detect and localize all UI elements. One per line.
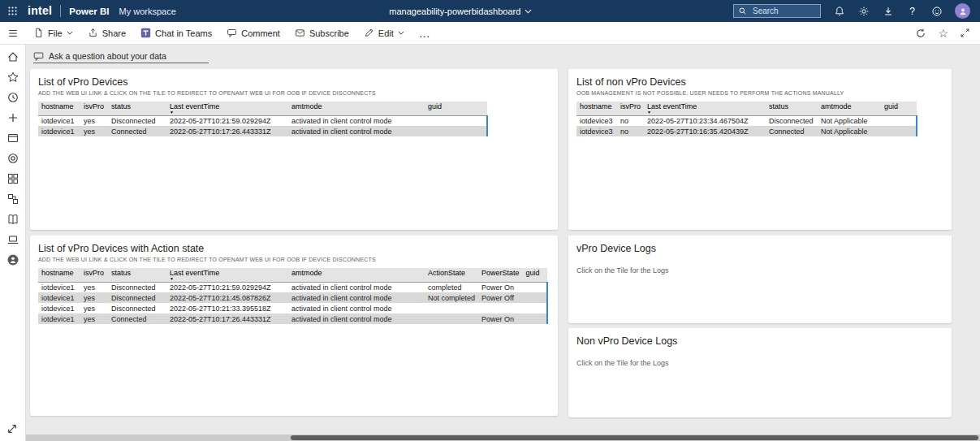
sidebar-item-my-workspace[interactable] [6,253,19,266]
report-title-dropdown[interactable]: manageability-powerbidashboard [389,0,532,22]
column-header-actionstate[interactable]: ActionState [425,268,478,282]
refresh-button[interactable] [915,28,926,39]
refresh-icon [915,28,926,39]
column-header-guid[interactable]: guid [425,102,487,115]
edit-menu-button[interactable]: Edit [356,22,412,45]
powerbi-label: Power BI [69,6,109,16]
scrollbar-thumb[interactable] [291,435,978,440]
expand-canvas-button[interactable] [6,423,19,436]
nav-menu-button[interactable] [0,22,26,45]
dashboard-canvas: Ask a question about your data List of v… [26,45,980,441]
column-header-last-eventtime[interactable]: Last eventTime▼ [166,268,288,282]
sidebar-item-create[interactable] [6,111,19,124]
share-button[interactable]: Share [80,22,133,45]
column-header-last-eventtime[interactable]: Last eventTime▼ [644,102,766,115]
sidebar-item-goals[interactable] [6,152,19,165]
star-icon [6,71,19,84]
table-cell: activated in client control mode [288,115,425,126]
more-options-button[interactable]: … [412,27,438,40]
table-row[interactable]: iotdevice1yesDisconnected2022-05-27T10:2… [38,282,547,292]
help-button[interactable]: ? [906,5,918,17]
sidebar-item-workspaces[interactable] [6,233,19,246]
tile-non-vpro-device-logs[interactable]: Non vPro Device Logs Click on the Tile f… [568,328,952,417]
download-button[interactable] [882,5,894,17]
question-icon: ? [909,6,915,17]
search-input[interactable] [751,6,816,16]
tile-non-vpro-devices[interactable]: List of non vPro Devices OOB MANAGEMENT … [568,69,952,230]
column-header-amtmode[interactable]: amtmode [288,102,425,115]
sidebar-item-home[interactable] [6,50,19,63]
column-header-amtmode[interactable]: amtmode [288,268,425,282]
comment-button[interactable]: Comment [219,22,287,45]
favorite-button[interactable]: ☆ [938,28,948,39]
sidebar-item-favorites[interactable] [6,71,19,84]
horizontal-scrollbar[interactable] [26,435,980,441]
laptop-icon [6,233,19,246]
table-row[interactable]: iotdevice1yesConnected2022-05-27T10:17:2… [38,313,547,324]
chevron-down-icon [67,31,73,35]
notifications-button[interactable] [833,5,845,17]
sidebar-item-pipelines[interactable] [6,192,19,205]
tile-vpro-device-logs[interactable]: vPro Device Logs Click on the Tile for t… [568,236,952,323]
feedback-button[interactable] [930,5,943,17]
table-row[interactable]: iotdevice1yesDisconnected2022-05-27T10:2… [38,292,547,303]
table-cell: iotdevice1 [38,292,80,303]
table-cell [523,303,547,313]
search-box[interactable] [733,4,821,18]
chat-in-teams-label: Chat in Teams [155,28,212,38]
column-header-guid[interactable]: guid [523,268,547,282]
vpro-action-state-table: hostnameisvProstatusLast eventTime▼amtmo… [38,268,550,324]
subscribe-button[interactable]: Subscribe [287,22,356,45]
column-header-isvpro[interactable]: isvPro [617,102,644,115]
settings-button[interactable] [857,5,870,17]
table-cell [881,126,917,136]
table-cell: iotdevice1 [38,126,80,136]
column-header-amtmode[interactable]: amtmode [818,102,881,115]
share-icon [88,28,98,38]
avatar[interactable] [955,3,970,19]
table-cell: yes [80,282,108,292]
workspace-label[interactable]: My workspace [119,6,176,16]
table-cell [425,303,478,313]
file-menu-button[interactable]: File [26,22,80,45]
tile-vpro-devices-action-state[interactable]: List of vPro Devices with Action state A… [30,236,558,416]
qa-input[interactable]: Ask a question about your data [33,50,209,63]
table-row[interactable]: iotdevice3no2022-05-27T10:16:35.420439ZC… [576,126,917,136]
column-header-status[interactable]: status [108,102,166,115]
column-header-last-eventtime[interactable]: Last eventTime▼ [166,102,288,115]
column-header-status[interactable]: status [766,102,818,115]
table-cell [523,313,547,324]
my-workspace-icon [6,253,19,266]
column-header-status[interactable]: status [108,268,166,282]
hamburger-icon [7,28,19,39]
sidebar-item-browse[interactable] [6,132,19,145]
column-header-isvpro[interactable]: isvPro [80,102,108,115]
waffle-menu-icon[interactable] [0,0,24,22]
table-row[interactable]: iotdevice1yesConnected2022-05-27T10:17:2… [38,126,487,136]
table-cell [881,115,917,126]
sidebar-item-learn[interactable] [6,213,19,226]
column-header-hostname[interactable]: hostname [576,102,617,115]
chevron-down-icon [525,9,532,14]
table-row[interactable]: iotdevice1yesDisconnected2022-05-27T10:2… [38,303,547,313]
table-cell: activated in client control mode [288,313,425,324]
sort-descending-icon: ▼ [647,110,762,114]
fullscreen-button[interactable] [960,28,970,38]
table-cell: completed [425,282,478,292]
column-header-hostname[interactable]: hostname [38,268,80,282]
table-cell: no [617,115,644,126]
column-header-hostname[interactable]: hostname [38,102,80,115]
table-cell: Power On [478,282,523,292]
chat-in-teams-button[interactable]: Chat in Teams [133,22,219,45]
tile-vpro-devices[interactable]: List of vPro Devices ADD THE WEB UI LINK… [30,69,558,230]
sidebar-item-recent[interactable] [6,91,19,104]
column-header-isvpro[interactable]: isvPro [80,268,108,282]
column-header-powerstate[interactable]: PowerState [478,268,523,282]
sidebar-item-apps[interactable] [6,172,19,185]
table-row[interactable]: iotdevice1yesDisconnected2022-05-27T10:2… [38,115,487,126]
column-header-guid[interactable]: guid [881,102,917,115]
table-row[interactable]: iotdevice3no2022-05-27T10:23:34.467504ZD… [576,115,917,126]
table-cell: iotdevice1 [38,115,80,126]
vpro-devices-table: hostnameisvProstatusLast eventTime▼amtmo… [38,102,550,136]
envelope-icon [295,28,305,38]
